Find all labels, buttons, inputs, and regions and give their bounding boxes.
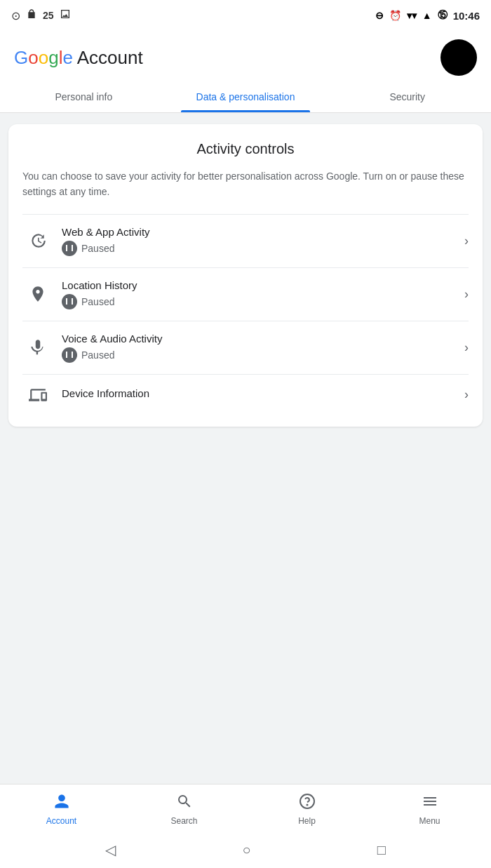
tab-security[interactable]: Security (326, 81, 488, 112)
calendar-icon: 25 (43, 10, 54, 21)
voice-audio-text: Voice & Audio Activity Paused (53, 333, 464, 363)
device-icon-wrap (22, 386, 53, 404)
card-description: You can choose to save your activity for… (22, 168, 469, 200)
tab-personal-info[interactable]: Personal info (3, 81, 165, 112)
voice-audio-status: Paused (62, 347, 456, 363)
web-app-activity-text: Web & App Activity Paused (53, 226, 464, 256)
menu-nav-icon (422, 793, 438, 814)
location-chevron-icon: › (464, 287, 469, 302)
account-text: Account (73, 47, 143, 68)
nav-menu-label: Menu (419, 816, 440, 826)
account-nav-icon (53, 793, 70, 814)
dnd-icon: ⊖ (375, 10, 384, 21)
device-icon (29, 386, 47, 404)
voice-status-text: Paused (81, 349, 114, 361)
search-nav-icon (176, 793, 193, 814)
image-icon (60, 8, 71, 22)
alarm-icon: ⏰ (389, 10, 401, 21)
web-app-activity-status: Paused (62, 241, 456, 256)
card-title: Activity controls (22, 141, 469, 157)
help-nav-icon (299, 793, 316, 814)
device-info-text: Device Information (53, 387, 464, 402)
location-history-title: Location History (62, 279, 456, 291)
notification-icon: ⊙ (11, 9, 20, 22)
voice-chevron-icon: › (464, 340, 469, 355)
avatar[interactable] (440, 39, 477, 76)
status-bar: ⊙ 25 ⊖ ⏰ ▾▾ ▲ ⑮ 10:46 (0, 0, 491, 31)
history-icon (29, 232, 47, 250)
system-nav: ◁ ○ □ (0, 832, 491, 868)
bottom-nav: Account Search Help Menu (0, 784, 491, 832)
voice-audio-activity-item[interactable]: Voice & Audio Activity Paused › (22, 321, 469, 374)
google-g2: g (48, 47, 58, 68)
google-e: e (62, 47, 72, 68)
nav-help-label: Help (298, 816, 316, 826)
device-info-item[interactable]: Device Information › (22, 374, 469, 410)
nav-search-label: Search (170, 816, 197, 826)
web-app-pause-badge (62, 241, 77, 256)
web-app-activity-item[interactable]: Web & App Activity Paused › (22, 214, 469, 267)
main-content: Activity controls You can choose to save… (0, 113, 491, 784)
mic-icon-wrap (22, 338, 53, 356)
mic-icon (29, 338, 47, 356)
voice-pause-badge (62, 347, 77, 363)
device-chevron-icon: › (464, 387, 469, 402)
status-right-icons: ⊖ ⏰ ▾▾ ▲ ⑮ 10:46 (375, 9, 480, 22)
location-history-text: Location History Paused (53, 279, 464, 309)
nav-account-label: Account (46, 816, 76, 826)
status-left-icons: ⊙ 25 (11, 8, 71, 22)
nav-search[interactable]: Search (123, 790, 246, 829)
location-icon-wrap (22, 285, 53, 303)
signal-icon: ▲ (422, 10, 432, 21)
web-app-activity-title: Web & App Activity (62, 226, 456, 238)
home-button[interactable]: ○ (242, 842, 250, 858)
nav-help[interactable]: Help (246, 790, 368, 829)
location-history-status: Paused (62, 294, 456, 309)
history-icon-wrap (22, 232, 53, 250)
nav-menu[interactable]: Menu (368, 790, 491, 829)
battery-icon: ⑮ (438, 9, 448, 22)
tab-bar: Personal info Data & personalisation Sec… (0, 81, 491, 113)
google-g: G (14, 47, 28, 68)
location-pause-badge (62, 294, 77, 309)
device-info-title: Device Information (62, 387, 456, 399)
activity-controls-card: Activity controls You can choose to save… (8, 124, 483, 427)
header-title: Google Account (14, 47, 143, 69)
location-icon (29, 285, 47, 303)
lock-icon (26, 8, 37, 22)
back-button[interactable]: ◁ (105, 841, 116, 858)
time-display: 10:46 (453, 10, 480, 22)
wifi-icon: ▾▾ (407, 10, 417, 21)
header: Google Account (0, 31, 491, 81)
google-o1: o (28, 47, 38, 68)
web-app-status-text: Paused (81, 243, 114, 254)
location-history-item[interactable]: Location History Paused › (22, 267, 469, 321)
tab-data-personalisation[interactable]: Data & personalisation (165, 81, 327, 112)
google-o2: o (39, 47, 48, 68)
web-app-chevron-icon: › (464, 234, 469, 248)
voice-audio-title: Voice & Audio Activity (62, 333, 456, 345)
nav-account[interactable]: Account (0, 790, 123, 829)
location-status-text: Paused (81, 296, 114, 307)
recents-button[interactable]: □ (377, 842, 386, 858)
